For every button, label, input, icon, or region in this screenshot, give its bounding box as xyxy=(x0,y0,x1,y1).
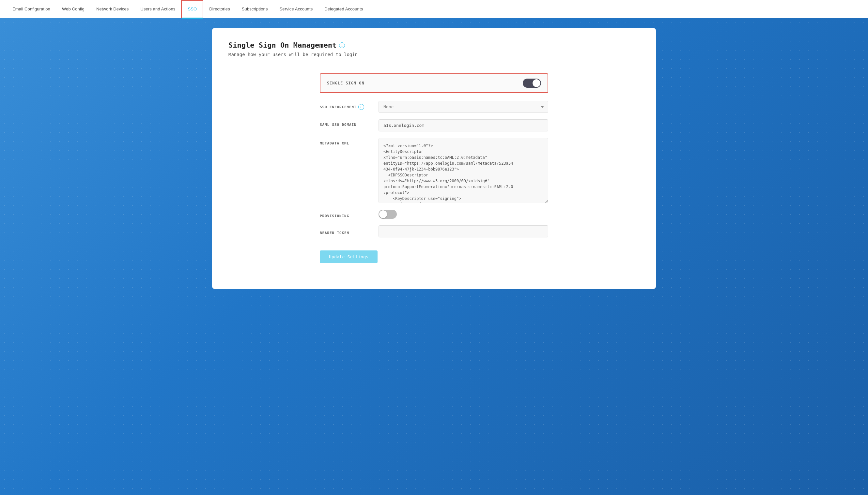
nav-item-web-config[interactable]: Web Config xyxy=(56,0,90,18)
sso-enforcement-row: SSO ENFORCEMENT i None Required Optional xyxy=(320,101,548,113)
page-subtitle: Manage how your users will be required t… xyxy=(229,52,639,57)
main-wrapper: Single Sign On Management i Manage how y… xyxy=(0,18,868,299)
toggle-knob xyxy=(533,79,540,87)
saml-sso-domain-label: SAML SSO DOMAIN xyxy=(320,119,372,127)
nav-item-service-accounts[interactable]: Service Accounts xyxy=(274,0,319,18)
nav-item-network-devices[interactable]: Network Devices xyxy=(90,0,134,18)
nav-item-subscriptions[interactable]: Subscriptions xyxy=(236,0,274,18)
sso-enforcement-info-icon[interactable]: i xyxy=(358,104,364,110)
sso-toggle-label: SINGLE SIGN ON xyxy=(327,81,523,85)
sso-toggle[interactable] xyxy=(523,79,541,88)
nav-item-email-config[interactable]: Email Configuration xyxy=(6,0,56,18)
bearer-token-label: BEARER TOKEN xyxy=(320,227,372,235)
navbar: Email ConfigurationWeb ConfigNetwork Dev… xyxy=(0,0,868,18)
page-title: Single Sign On Management i xyxy=(229,41,639,49)
info-icon[interactable]: i xyxy=(339,42,345,48)
nav-item-users-and-actions[interactable]: Users and Actions xyxy=(134,0,181,18)
sso-enforcement-select[interactable]: None Required Optional xyxy=(379,101,548,113)
nav-item-directories[interactable]: Directories xyxy=(203,0,236,18)
page-title-text: Single Sign On Management xyxy=(229,41,336,49)
metadata-xml-label: METADATA XML xyxy=(320,138,372,146)
provisioning-row: PROVISIONING xyxy=(320,210,548,219)
provisioning-label: PROVISIONING xyxy=(320,211,372,218)
bearer-token-row: BEARER TOKEN xyxy=(320,225,548,237)
nav-item-sso[interactable]: SSO xyxy=(181,0,203,18)
sso-enforcement-label: SSO ENFORCEMENT i xyxy=(320,101,372,110)
bearer-token-input[interactable] xyxy=(379,225,548,237)
content-card: Single Sign On Management i Manage how y… xyxy=(212,28,656,289)
sso-toggle-row: SINGLE SIGN ON xyxy=(320,73,548,93)
update-settings-button[interactable]: Update Settings xyxy=(320,251,378,263)
metadata-xml-row: METADATA XML <?xml version="1.0"?> <Enti… xyxy=(320,138,548,203)
nav-item-delegated-accounts[interactable]: Delegated Accounts xyxy=(318,0,369,18)
metadata-xml-textarea[interactable]: <?xml version="1.0"?> <EntityDescriptor … xyxy=(379,138,548,203)
provisioning-toggle-knob xyxy=(379,210,387,218)
saml-sso-domain-row: SAML SSO DOMAIN xyxy=(320,119,548,132)
form-area: SINGLE SIGN ON SSO ENFORCEMENT i None Re… xyxy=(320,73,548,263)
provisioning-toggle[interactable] xyxy=(379,210,397,219)
saml-sso-domain-input[interactable] xyxy=(379,119,548,132)
